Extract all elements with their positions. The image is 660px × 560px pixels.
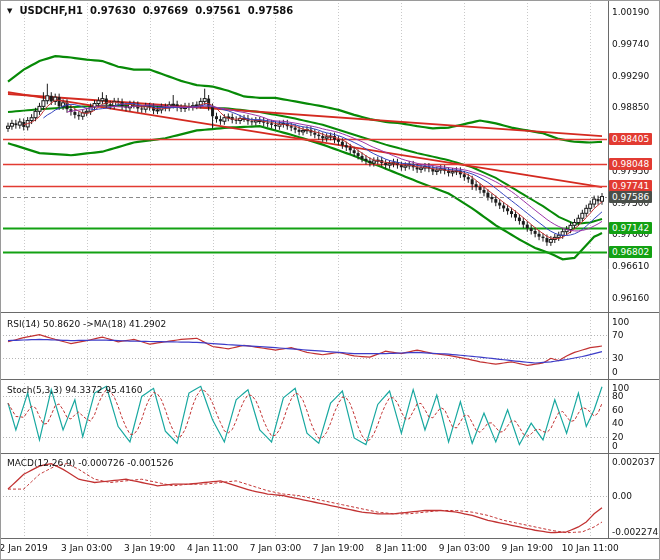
stoch-indicator-label: Stoch(5,3,3) 94.3372 95.4160 [7,385,142,395]
chart-header: ▼ USDCHF,H1 0.97630 0.97669 0.97561 0.97… [7,5,293,16]
resistance-level-badge[interactable]: 0.98405 [609,133,652,145]
current-price-badge: 0.97586 [609,191,652,203]
symbol-timeframe-label: USDCHF,H1 [19,5,83,16]
price-open: 0.97630 [90,5,136,16]
price-close: 0.97586 [248,5,294,16]
macd-indicator-label: MACD(12,26,9) -0.000726 -0.001526 [7,458,173,468]
price-high: 0.97669 [143,5,189,16]
support-level-badge[interactable]: 0.96802 [609,246,652,258]
trading-chart-window: ▼ USDCHF,H1 0.97630 0.97669 0.97561 0.97… [0,0,660,560]
support-level-badge[interactable]: 0.97142 [609,222,652,234]
price-low: 0.97561 [195,5,241,16]
rsi-indicator-label: RSI(14) 50.8620 ->MA(18) 41.2902 [7,319,166,329]
symbol-menu-icon[interactable]: ▼ [7,6,12,16]
resistance-level-badge[interactable]: 0.98048 [609,158,652,170]
chart-canvas[interactable] [1,1,660,560]
